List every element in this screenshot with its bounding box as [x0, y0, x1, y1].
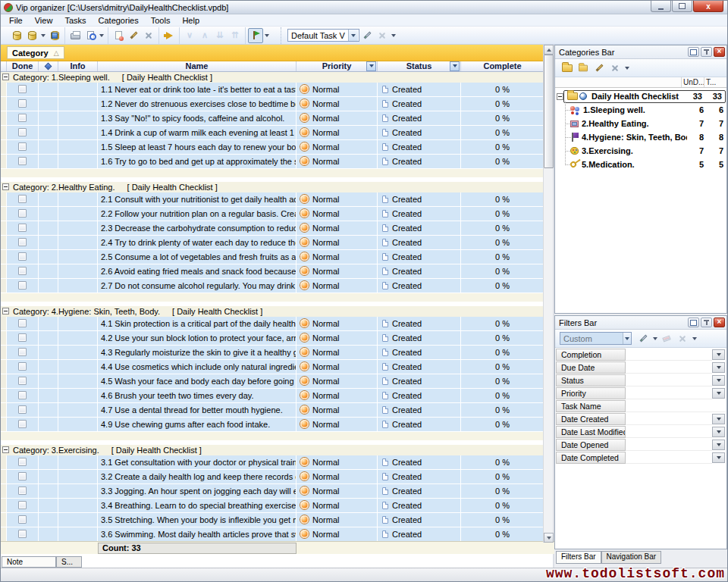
save-database-button[interactable] [47, 28, 62, 43]
done-checkbox[interactable] [18, 348, 27, 356]
task-row[interactable]: 4.7 Use a dental thread for better mouth… [1, 403, 544, 418]
close-button[interactable]: x [693, 1, 723, 12]
done-checkbox[interactable] [18, 281, 27, 289]
collapse-icon[interactable] [2, 446, 9, 453]
task-name-cell[interactable]: 1.1 Never eat or drink too late - it's b… [98, 83, 297, 97]
done-checkbox[interactable] [18, 362, 27, 371]
task-name-cell[interactable]: 1.5 Sleep at least 7 hours each day to r… [98, 140, 297, 155]
column-undone[interactable]: UnD... [681, 77, 704, 87]
filters-close-button[interactable] [714, 318, 725, 327]
filters-pin-button[interactable] [701, 318, 712, 327]
menu-help[interactable]: Help [176, 15, 206, 26]
task-name-cell[interactable]: 4.6 Brush your teeth two times every day… [98, 389, 297, 403]
task-row[interactable]: 4.4 Use cosmetics which include only nat… [1, 360, 544, 374]
menu-categories[interactable]: Categories [93, 15, 145, 26]
menu-tasks[interactable]: Tasks [58, 15, 92, 26]
filter-value-dropdown-icon[interactable] [712, 414, 725, 424]
print-preview-dropdown-icon[interactable] [99, 34, 104, 37]
categories-restore-button[interactable] [688, 47, 699, 57]
task-name-cell[interactable]: 1.4 Drink a cup of warm milk each evenin… [98, 126, 297, 140]
filter-value-dropdown-icon[interactable] [712, 427, 725, 437]
delete-category-button[interactable] [607, 61, 623, 76]
minimize-button[interactable] [651, 1, 671, 12]
open-database-button[interactable] [24, 28, 39, 43]
done-checkbox[interactable] [18, 157, 27, 165]
open-database-dropdown-icon[interactable] [41, 34, 46, 37]
done-checkbox[interactable] [18, 377, 27, 385]
filter-value[interactable] [626, 413, 712, 425]
task-row[interactable]: 3.4 Breathing. Learn to do special breat… [1, 499, 544, 513]
categories-close-button[interactable] [714, 47, 725, 57]
done-checkbox[interactable] [18, 405, 27, 414]
task-view-combo[interactable]: Default Task V [287, 29, 359, 42]
task-row[interactable]: 2.3 Decrease the carbohydrate consumptio… [1, 221, 544, 236]
task-name-cell[interactable]: 2.3 Decrease the carbohydrate consumptio… [98, 221, 297, 236]
filter-value[interactable] [626, 452, 712, 464]
done-checkbox[interactable] [18, 515, 27, 524]
group-by-category-chip[interactable]: Category [7, 46, 64, 59]
filter-value[interactable] [626, 387, 712, 399]
done-checkbox[interactable] [18, 99, 27, 108]
print-preview-button[interactable] [83, 28, 98, 43]
task-name-cell[interactable]: 4.2 Use your sun block lotion to protect… [98, 331, 297, 346]
task-name-cell[interactable]: 3.1 Get consultation with your doctor or… [98, 455, 297, 470]
task-row[interactable]: 4.6 Brush your teeth two times every day… [1, 389, 544, 403]
task-name-cell[interactable]: 3.3 Jogging. An hour spent on jogging ea… [98, 484, 297, 499]
tree-collapse-icon[interactable] [557, 93, 563, 100]
task-row[interactable]: 2.6 Avoid eating fried meals and snack f… [1, 264, 544, 279]
done-checkbox[interactable] [18, 458, 27, 466]
done-checkbox[interactable] [18, 224, 27, 232]
remove-filter-button[interactable] [675, 331, 690, 346]
task-name-cell[interactable]: 4.7 Use a dental thread for better mouth… [98, 403, 297, 418]
done-checkbox[interactable] [18, 252, 27, 261]
group-header-row[interactable]: Category: 2.Healthy Eating.[ Daily Healt… [1, 182, 544, 192]
task-row[interactable]: 2.2 Follow your nutrition plan on a regu… [1, 207, 544, 221]
filter-value-dropdown-icon[interactable] [712, 375, 725, 386]
task-row[interactable]: 2.5 Consume a lot of vegetables and fres… [1, 250, 544, 264]
tab-s[interactable]: S... [56, 556, 82, 568]
move-down-button[interactable]: ∨ [182, 28, 197, 43]
done-checkbox[interactable] [18, 487, 27, 495]
filter-value-dropdown-icon[interactable] [712, 452, 725, 463]
category-row[interactable]: 4.Hygiene: Skin, Teeth, Body.88 [555, 130, 726, 144]
scroll-up-button[interactable] [544, 45, 554, 55]
category-row[interactable]: 5.Medication.55 [555, 158, 726, 171]
task-row[interactable]: 1.1 Never eat or drink too late - it's b… [1, 83, 544, 97]
column-header-complete[interactable]: Complete [461, 61, 544, 71]
task-row[interactable]: 3.1 Get consultation with your doctor or… [1, 455, 544, 470]
scrollbar-thumb[interactable] [544, 55, 554, 168]
task-name-cell[interactable]: 4.5 Wash your face and body each day bef… [98, 374, 297, 389]
edit-category-button[interactable] [592, 61, 607, 76]
task-name-cell[interactable]: 3.2 Create a daily health log and keep t… [98, 470, 297, 484]
done-checkbox[interactable] [18, 530, 27, 538]
task-row[interactable]: 4.5 Wash your face and body each day bef… [1, 374, 544, 389]
filter-value-dropdown-icon[interactable] [712, 388, 725, 399]
task-row[interactable]: 2.7 Do not consume alcohol regularly. Yo… [1, 279, 544, 293]
done-checkbox[interactable] [18, 195, 27, 203]
task-row[interactable]: 1.3 Say "No!" to spicy foods, caffeine a… [1, 111, 544, 126]
category-row[interactable]: 1.Sleeping well.66 [555, 103, 726, 117]
task-name-cell[interactable]: 3.5 Stretching. When your body is inflex… [98, 513, 297, 527]
filter-value[interactable] [626, 361, 712, 374]
filters-overflow-icon[interactable] [692, 337, 697, 340]
task-name-cell[interactable]: 3.6 Swimming. Most daily health articles… [98, 527, 297, 541]
filters-restore-button[interactable] [688, 318, 699, 327]
filter-value-dropdown-icon[interactable] [712, 440, 725, 450]
done-checkbox[interactable] [18, 209, 27, 217]
filter-value[interactable] [626, 400, 726, 412]
column-header-name[interactable]: Name [98, 61, 297, 71]
task-row[interactable]: 1.2 Never do strenuous exercises close t… [1, 97, 544, 111]
column-header-flag[interactable] [39, 61, 58, 71]
move-to-top-button[interactable]: ⇈ [228, 28, 243, 43]
task-name-cell[interactable]: 1.3 Say "No!" to spicy foods, caffeine a… [98, 111, 297, 126]
task-name-cell[interactable]: 2.5 Consume a lot of vegetables and fres… [98, 250, 297, 264]
new-database-button[interactable] [9, 28, 24, 43]
edit-task-button[interactable] [126, 28, 141, 43]
done-checkbox[interactable] [18, 85, 27, 93]
task-name-cell[interactable]: 4.9 Use chewing gums after each food int… [98, 418, 297, 432]
filter-dropdown-priority[interactable] [366, 61, 376, 71]
menu-view[interactable]: View [29, 15, 59, 26]
done-checkbox[interactable] [18, 420, 27, 428]
apply-filter-caret-icon[interactable] [653, 337, 657, 340]
task-row[interactable]: 4.1 Skin protection is a critical part o… [1, 317, 544, 331]
